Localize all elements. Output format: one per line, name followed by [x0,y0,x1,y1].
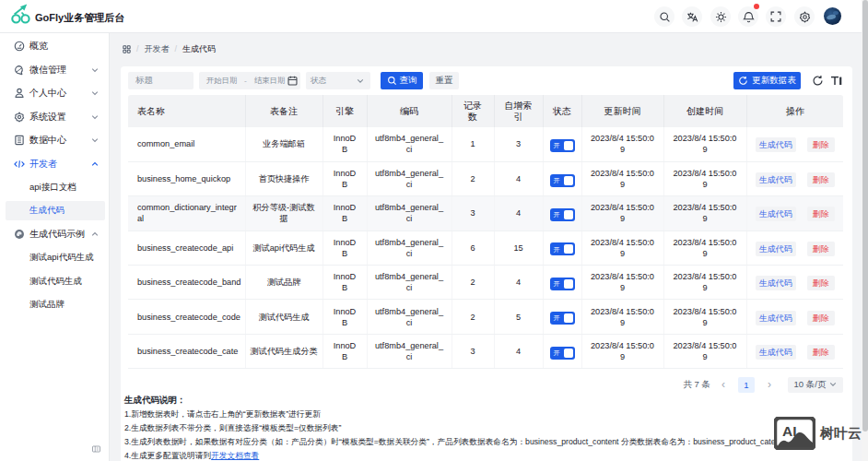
svg-text:AI: AI [782,423,797,439]
